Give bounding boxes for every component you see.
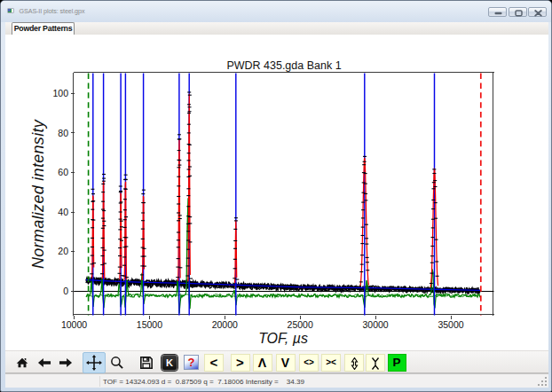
svg-text:15000: 15000 (137, 319, 162, 330)
svg-text:20000: 20000 (212, 319, 238, 330)
svg-text:0: 0 (63, 286, 68, 296)
svg-text:30000: 30000 (362, 319, 388, 330)
svg-text:35000: 35000 (438, 319, 463, 330)
svg-text:20: 20 (58, 246, 68, 256)
svg-text:Normalized intensity: Normalized intensity (29, 119, 47, 269)
svg-text:80: 80 (58, 128, 68, 138)
svg-text:60: 60 (58, 167, 68, 177)
svg-text:10000: 10000 (61, 319, 87, 330)
svg-text:TOF, µs: TOF, µs (258, 331, 308, 346)
svg-text:100: 100 (52, 88, 68, 98)
svg-text:40: 40 (58, 207, 68, 217)
svg-text:25000: 25000 (288, 319, 313, 330)
svg-text:PWDR 435.gda Bank 1: PWDR 435.gda Bank 1 (226, 59, 341, 72)
